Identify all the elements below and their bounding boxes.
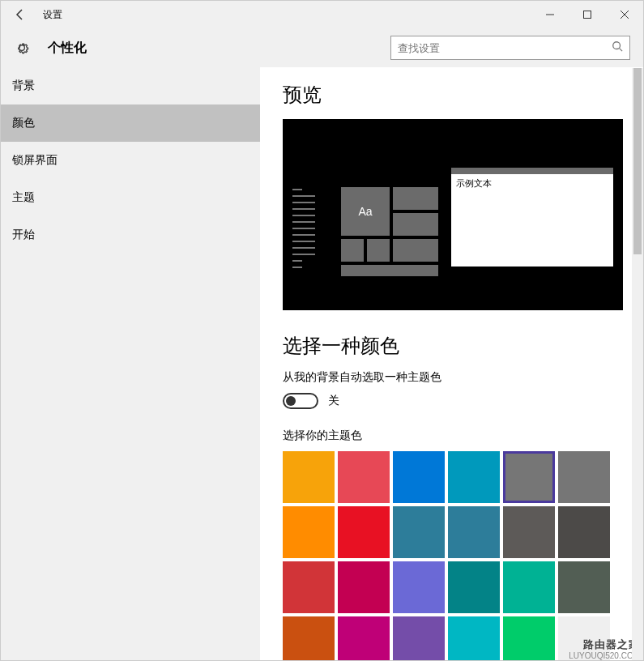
color-swatch[interactable]: [393, 451, 445, 503]
nav-item-3[interactable]: 主题: [1, 179, 260, 216]
color-swatch[interactable]: [448, 616, 500, 661]
svg-line-5: [620, 49, 623, 52]
color-swatch[interactable]: [338, 561, 390, 613]
search-icon: [612, 41, 623, 55]
maximize-icon: [583, 11, 591, 19]
color-swatch[interactable]: [558, 561, 610, 613]
page-title: 个性化: [48, 40, 87, 57]
header: 个性化: [1, 28, 643, 67]
choose-color-heading: 选择一种颜色: [283, 333, 621, 359]
color-swatch[interactable]: [338, 616, 390, 661]
color-swatch[interactable]: [393, 506, 445, 558]
gear-icon: [14, 40, 30, 56]
maximize-button[interactable]: [569, 2, 606, 28]
color-swatch[interactable]: [338, 506, 390, 558]
scrollbar-thumb[interactable]: [633, 68, 642, 254]
theme-preview: Aa 示例文本: [283, 119, 623, 310]
color-swatch[interactable]: [393, 561, 445, 613]
color-swatch[interactable]: [283, 561, 335, 613]
preview-tiles: Aa: [341, 187, 438, 276]
color-swatch[interactable]: [503, 561, 555, 613]
color-swatch[interactable]: [558, 506, 610, 558]
color-swatch[interactable]: [448, 561, 500, 613]
window-title: 设置: [43, 8, 62, 22]
color-swatch[interactable]: [503, 616, 555, 661]
svg-point-4: [613, 42, 621, 49]
close-icon: [621, 11, 629, 19]
minimize-button[interactable]: [531, 2, 569, 28]
preview-heading: 预览: [283, 82, 621, 108]
back-button[interactable]: [7, 2, 33, 28]
color-swatch[interactable]: [393, 616, 445, 661]
color-swatch[interactable]: [448, 451, 500, 503]
toggle-state-label: 关: [328, 394, 339, 408]
preview-tile-large: Aa: [341, 187, 390, 236]
nav-item-4[interactable]: 开始: [1, 216, 260, 254]
color-swatch[interactable]: [448, 506, 500, 558]
color-swatch[interactable]: [283, 506, 335, 558]
search-input[interactable]: [398, 42, 612, 54]
content-pane: 预览 Aa: [260, 67, 643, 661]
color-swatch[interactable]: [503, 506, 555, 558]
scrollbar[interactable]: [632, 68, 643, 661]
titlebar: 设置: [1, 1, 643, 28]
color-swatch[interactable]: [338, 451, 390, 503]
settings-icon: [12, 38, 32, 58]
svg-rect-1: [584, 11, 591, 19]
preview-sample-text: 示例文本: [451, 174, 613, 193]
color-swatch[interactable]: [283, 616, 335, 661]
window-controls: [531, 2, 643, 28]
auto-color-toggle[interactable]: [283, 393, 318, 409]
nav-item-1[interactable]: 颜色: [1, 104, 260, 142]
nav-item-0[interactable]: 背景: [1, 67, 260, 104]
minimize-icon: [546, 11, 554, 19]
swatch-heading: 选择你的主题色: [283, 429, 621, 443]
preview-start-list: [292, 189, 320, 273]
color-swatch[interactable]: [283, 451, 335, 503]
nav-item-2[interactable]: 锁屏界面: [1, 142, 260, 179]
color-swatch[interactable]: [503, 451, 555, 503]
sidebar: 背景颜色锁屏界面主题开始: [1, 67, 260, 661]
color-swatch-grid: [283, 451, 621, 661]
search-box[interactable]: [390, 36, 630, 60]
close-button[interactable]: [606, 2, 643, 28]
arrow-left-icon: [14, 8, 27, 21]
preview-window: 示例文本: [451, 168, 613, 267]
color-swatch[interactable]: [558, 616, 610, 661]
auto-pick-label: 从我的背景自动选取一种主题色: [283, 370, 621, 385]
color-swatch[interactable]: [558, 451, 610, 503]
